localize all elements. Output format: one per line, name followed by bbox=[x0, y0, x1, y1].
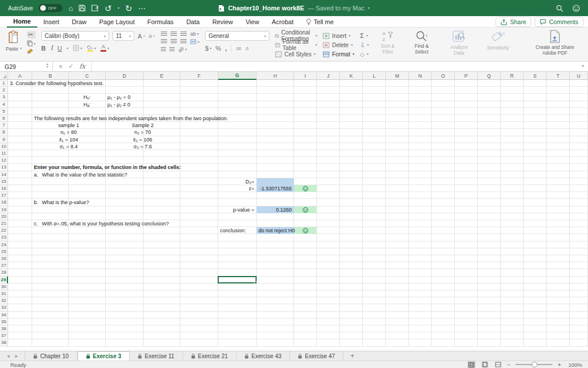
cell-H19[interactable]: 0.1260 bbox=[257, 206, 294, 213]
column-header-D[interactable]: D bbox=[106, 72, 144, 80]
name-box-stepper[interactable]: ▲ ▼ bbox=[46, 63, 49, 68]
menu-tab-insert[interactable]: Insert bbox=[37, 16, 66, 28]
menu-tab-view[interactable]: View bbox=[239, 16, 266, 28]
autosum-button[interactable]: Σ▾ bbox=[360, 32, 369, 40]
row-header-14[interactable]: 14 bbox=[0, 171, 8, 178]
row-header-24[interactable]: 24 bbox=[0, 241, 8, 248]
sheet-nav-left-icon[interactable]: ◂ bbox=[7, 353, 10, 359]
row-header-4[interactable]: 4 bbox=[0, 101, 8, 108]
save-icon[interactable] bbox=[79, 5, 86, 12]
name-box-input[interactable] bbox=[0, 63, 36, 70]
paste-button[interactable]: Paste ▾ bbox=[3, 30, 24, 54]
cell-B8[interactable]: n₁ = 80 bbox=[32, 129, 106, 136]
cell-I22[interactable] bbox=[294, 227, 317, 234]
menu-tab-page-layout[interactable]: Page Layout bbox=[93, 16, 141, 28]
menu-tab-review[interactable]: Review bbox=[206, 16, 239, 28]
row-header-21[interactable]: 21 bbox=[0, 220, 8, 227]
cell-C3[interactable]: H₀: bbox=[69, 94, 106, 101]
grow-font-button[interactable]: A˄ bbox=[138, 33, 145, 40]
cell-B10[interactable]: σ₁ = 8.4 bbox=[32, 143, 106, 150]
stepper-down-icon[interactable]: ▼ bbox=[46, 66, 49, 68]
cell-H16[interactable]: -1.530717555 bbox=[257, 185, 294, 192]
align-bottom-icon[interactable] bbox=[180, 32, 187, 37]
cell-B6[interactable]: The following results are for two indepe… bbox=[32, 115, 69, 122]
fill-color-button[interactable]: ▾ bbox=[87, 45, 96, 52]
row-header-22[interactable]: 22 bbox=[0, 227, 8, 234]
zoom-in-icon[interactable]: + bbox=[558, 362, 561, 368]
underline-caret-icon[interactable]: ▾ bbox=[67, 47, 68, 50]
fill-button[interactable]: ⇩▾ bbox=[360, 41, 369, 49]
row-header-37[interactable]: 37 bbox=[0, 332, 8, 339]
cell-B7[interactable]: sample 1 bbox=[32, 122, 106, 129]
column-header-I[interactable]: I bbox=[294, 72, 317, 80]
comments-button[interactable]: Comments bbox=[535, 17, 583, 27]
cut-icon[interactable]: ✂ bbox=[27, 31, 36, 39]
cell-B13[interactable]: Enter your number, formula, or function … bbox=[32, 164, 69, 171]
formula-input[interactable] bbox=[91, 62, 588, 72]
align-center-icon[interactable] bbox=[171, 39, 177, 44]
cell-D7[interactable]: Sample 2 bbox=[106, 122, 180, 129]
wrap-text-button[interactable]: ab▾ bbox=[190, 31, 199, 37]
column-header-C[interactable]: C bbox=[69, 72, 106, 80]
row-header-12[interactable]: 12 bbox=[0, 157, 8, 164]
column-header-P[interactable]: P bbox=[455, 72, 478, 80]
row-header-1[interactable]: 1 bbox=[0, 80, 8, 87]
merge-center-button[interactable]: ▾ bbox=[190, 39, 199, 44]
align-middle-icon[interactable] bbox=[171, 32, 177, 37]
cell-B18[interactable]: What is the p-value? bbox=[40, 199, 77, 206]
column-header-E[interactable]: E bbox=[144, 72, 180, 80]
insert-function-icon[interactable]: fx bbox=[79, 63, 85, 70]
name-box[interactable]: ▲ ▼ bbox=[0, 62, 53, 72]
row-header-32[interactable]: 32 bbox=[0, 297, 8, 304]
saved-status[interactable]: — Saved to my Mac bbox=[308, 5, 365, 12]
column-header-R[interactable]: R bbox=[501, 72, 524, 80]
row-header-29[interactable]: 29 bbox=[0, 277, 8, 283]
column-header-M[interactable]: M bbox=[386, 72, 409, 80]
column-header-J[interactable]: J bbox=[317, 72, 340, 80]
cell-D3[interactable]: μ₁ - μ₂ = 0 bbox=[106, 94, 144, 101]
row-header-2[interactable]: 2 bbox=[0, 87, 8, 94]
column-header-A[interactable]: A bbox=[8, 72, 32, 80]
copy-icon[interactable]: ▾ bbox=[27, 40, 36, 47]
cell-D9[interactable]: x̄₂ = 106 bbox=[106, 136, 180, 143]
menu-tab-formulas[interactable]: Formulas bbox=[141, 16, 180, 28]
search-icon[interactable] bbox=[556, 5, 563, 12]
save-as-icon[interactable] bbox=[91, 5, 99, 12]
row-header-35[interactable]: 35 bbox=[0, 319, 8, 325]
cell-I16[interactable] bbox=[294, 185, 317, 192]
row-header-5[interactable]: 5 bbox=[0, 108, 8, 115]
cell-D4[interactable]: μ₁ - μ₂ ≠ 0 bbox=[106, 101, 144, 108]
row-header-20[interactable]: 20 bbox=[0, 213, 8, 220]
select-all-corner[interactable] bbox=[0, 72, 8, 80]
cell-H15[interactable] bbox=[257, 178, 294, 185]
document-title[interactable]: Chapter10_Home work8E bbox=[228, 5, 304, 12]
cancel-icon[interactable]: × bbox=[59, 63, 63, 71]
feedback-smiley-icon[interactable] bbox=[572, 5, 580, 12]
column-header-U[interactable]: U bbox=[570, 72, 588, 80]
home-icon[interactable]: ⌂ bbox=[68, 5, 73, 12]
row-header-11[interactable]: 11 bbox=[0, 150, 8, 157]
insert-cells-button[interactable]: Insert ▾ bbox=[323, 32, 354, 40]
bold-button[interactable]: B bbox=[41, 45, 46, 52]
row-header-9[interactable]: 9 bbox=[0, 136, 8, 143]
cell-G19[interactable]: p-value = bbox=[218, 206, 257, 213]
column-header-G[interactable]: G bbox=[218, 72, 257, 80]
shrink-font-button[interactable]: A˅ bbox=[149, 33, 156, 39]
column-header-F[interactable]: F bbox=[180, 72, 218, 80]
decrease-decimal-button[interactable]: .0 bbox=[245, 47, 249, 51]
cell-I19[interactable] bbox=[294, 206, 317, 213]
row-header-16[interactable]: 16 bbox=[0, 185, 8, 192]
sheet-tab-exercise-43[interactable]: Exercise 43 bbox=[237, 351, 290, 361]
row-header-31[interactable]: 31 bbox=[0, 290, 8, 297]
column-header-B[interactable]: B bbox=[32, 72, 69, 80]
align-left-icon[interactable] bbox=[161, 39, 167, 44]
zoom-slider[interactable] bbox=[516, 364, 552, 365]
italic-button[interactable]: I bbox=[51, 44, 53, 52]
row-header-36[interactable]: 36 bbox=[0, 325, 8, 332]
analyze-data-button[interactable]: Analyze Data bbox=[442, 30, 475, 60]
zoom-slider-knob[interactable] bbox=[532, 362, 537, 367]
menu-tab-draw[interactable]: Draw bbox=[65, 16, 93, 28]
column-header-N[interactable]: N bbox=[409, 72, 432, 80]
row-header-3[interactable]: 3 bbox=[0, 94, 8, 101]
row-header-18[interactable]: 18 bbox=[0, 199, 8, 206]
